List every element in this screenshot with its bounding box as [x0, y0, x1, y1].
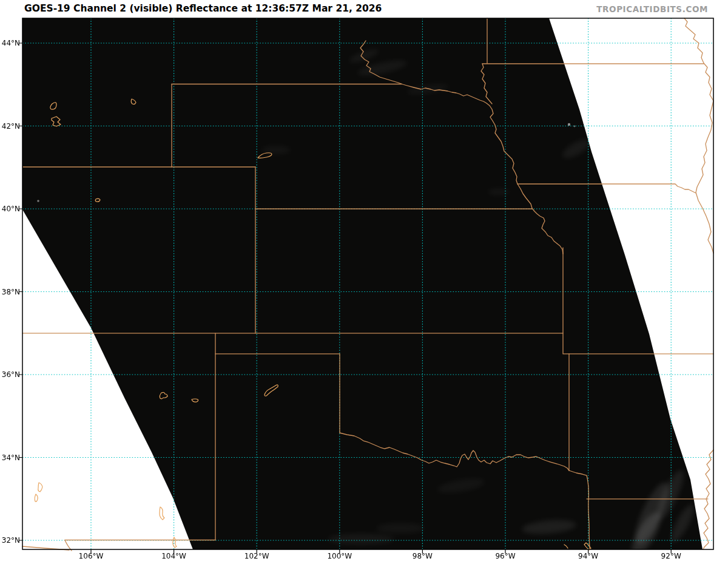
mississippi-river-upper — [684, 18, 713, 253]
lon-tick-label: 92°W — [652, 552, 690, 560]
lat-tick-label: 32°N — [0, 535, 20, 545]
lat-tick-label: 44°N — [0, 38, 20, 48]
page: { "header": { "title": "GOES-19 Channel … — [0, 0, 728, 564]
lat-tick-label: 38°N — [0, 287, 20, 297]
lon-tick-label: 106°W — [72, 552, 110, 560]
lon-tick-label: 100°W — [320, 552, 359, 560]
lon-tick-label: 104°W — [155, 552, 194, 560]
mississippi-river-lower — [703, 450, 713, 549]
lon-tick-label: 98°W — [403, 552, 442, 560]
lon-tick-label: 96°W — [486, 552, 525, 560]
scan-region — [22, 18, 703, 549]
lat-tick-label: 40°N — [0, 204, 20, 214]
satellite-map — [0, 0, 728, 564]
lon-tick-label: 102°W — [237, 552, 276, 560]
lat-tick-label: 34°N — [0, 453, 20, 463]
lon-tick-label: 94°W — [569, 552, 608, 560]
lat-tick-label: 36°N — [0, 370, 20, 379]
lat-tick-label: 42°N — [0, 121, 20, 131]
